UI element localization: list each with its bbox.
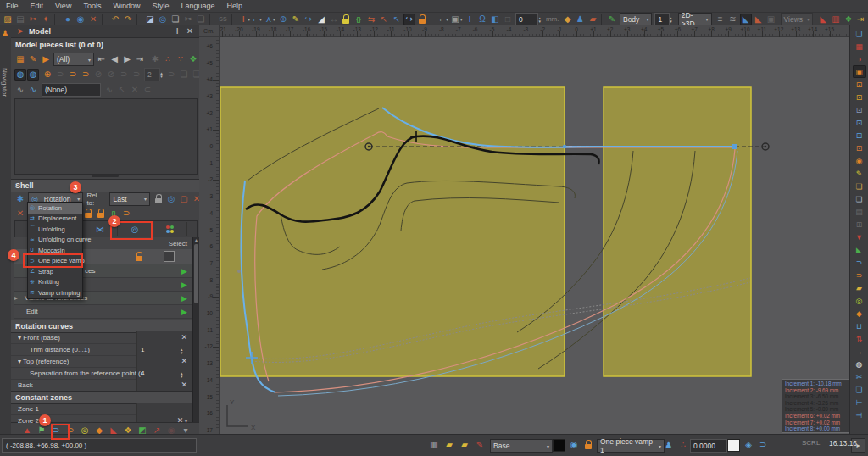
menu-item-knitting[interactable]: ※Knitting: [28, 277, 82, 288]
zone-select-icon[interactable]: ▢: [178, 193, 190, 205]
offset-mm-stepper[interactable]: ▴▾: [538, 16, 543, 23]
shell-lock-icon[interactable]: [153, 193, 164, 205]
piece-dup-icon[interactable]: ⊃: [54, 69, 66, 81]
shoe-3d-icon[interactable]: ◣: [740, 14, 752, 25]
piece-open-icon[interactable]: ⊃: [67, 69, 79, 81]
grid-red-icon[interactable]: ▦: [853, 40, 866, 53]
value-stepper[interactable]: ▴▾: [181, 371, 187, 378]
piece-a-icon[interactable]: ⊘: [92, 69, 104, 81]
measure-b-icon[interactable]: ⊣: [853, 409, 866, 421]
pin-icon[interactable]: ✛: [171, 25, 183, 37]
last-ref-icon[interactable]: ◆: [562, 14, 574, 25]
pieces-list[interactable]: [14, 98, 198, 175]
pieces-filter-combo[interactable]: (All)▾: [53, 53, 94, 66]
compare-icon[interactable]: ▰: [587, 14, 599, 25]
clone-blue-icon[interactable]: ❏: [853, 383, 866, 396]
body-combo[interactable]: Body▾: [620, 13, 652, 26]
view-3d-icon[interactable]: ◍: [27, 69, 39, 81]
pin-red-icon[interactable]: ▼: [853, 231, 866, 243]
delete-icon[interactable]: ✕: [87, 14, 99, 25]
cursor-remove-icon[interactable]: ↖: [378, 14, 390, 25]
rotate-icon[interactable]: Ω: [476, 14, 488, 25]
ring-green-icon[interactable]: ◎: [853, 294, 866, 307]
arrows-rb-icon[interactable]: ⇅: [853, 332, 866, 345]
prev-icon[interactable]: ◀: [108, 53, 120, 65]
save-icon[interactable]: ▤: [14, 14, 26, 25]
apply-arrow-icon[interactable]: ▶: [181, 267, 187, 275]
visibility-icon[interactable]: ◉: [568, 439, 580, 451]
piece-d-icon[interactable]: ⊃: [131, 69, 142, 81]
curve-a-icon[interactable]: ∿: [103, 84, 115, 96]
views-combo[interactable]: Views▾: [781, 13, 813, 26]
delete-shell-icon[interactable]: ✕: [14, 208, 26, 220]
tiles-icon[interactable]: ⊞: [853, 218, 866, 231]
piece-c-icon[interactable]: ⊃: [118, 69, 130, 81]
win-orange-icon[interactable]: ▣: [853, 65, 866, 78]
lock-yellow-icon[interactable]: [340, 14, 352, 25]
bulb-icon[interactable]: ◍: [853, 358, 866, 370]
link-icon[interactable]: ↔: [328, 14, 340, 25]
close-icon[interactable]: ✕: [184, 25, 196, 37]
scroll-more-icon[interactable]: ▾: [183, 419, 187, 424]
menu-window[interactable]: Window: [107, 2, 146, 10]
property-row[interactable]: Trim distance (0...1)1▴▾: [11, 343, 199, 356]
zoom-model-icon[interactable]: ◉: [75, 14, 86, 25]
property-row[interactable]: ▾ Top (reference)✕: [11, 355, 199, 368]
brush-icon[interactable]: ✎: [606, 14, 618, 25]
value-stepper[interactable]: ▴▾: [181, 348, 187, 354]
base-layer-combo[interactable]: Base▾: [490, 439, 553, 453]
select-checkbox[interactable]: [164, 251, 175, 262]
view-box-icon[interactable]: ▣: [765, 14, 777, 25]
import-pieces-icon[interactable]: ❖: [187, 53, 199, 65]
menu-item-strap[interactable]: ∠Strap: [28, 266, 82, 277]
model-tools-icon[interactable]: ✦: [40, 14, 52, 25]
piece-arrow-icon[interactable]: ▶: [40, 53, 52, 65]
mode-combo[interactable]: 2D->3D▾: [678, 13, 712, 26]
property-row[interactable]: Zone 1: [11, 403, 199, 415]
color-columns-icon[interactable]: ▥: [830, 14, 842, 25]
open-icon[interactable]: ▨: [2, 14, 14, 25]
vamp-blue-icon[interactable]: ⊃: [853, 256, 866, 269]
braces-icon[interactable]: {}: [353, 14, 364, 25]
menu-style[interactable]: Style: [146, 2, 175, 10]
folders-icon[interactable]: ❏: [853, 180, 866, 192]
model-panel-titlebar[interactable]: ➤ Model ✛✕: [11, 25, 199, 38]
grid-view-icon[interactable]: ▥: [428, 439, 440, 451]
option-row[interactable]: Edit▶: [14, 305, 192, 319]
dots-red-b-icon[interactable]: ∵: [175, 53, 186, 65]
scissors-blue-icon[interactable]: ✂: [853, 370, 866, 383]
cursor-select-icon[interactable]: ↖: [391, 14, 403, 25]
splitter-handle[interactable]: [92, 175, 119, 177]
curve-group-icon[interactable]: ∿: [27, 84, 39, 96]
property-row[interactable]: Separation from the reference point (r4▴…: [11, 367, 199, 380]
eraser-icon[interactable]: ◪: [144, 14, 156, 25]
center-point-icon[interactable]: ⊕: [277, 14, 289, 25]
folder-a-icon[interactable]: ▰: [443, 439, 455, 451]
marker-red-icon[interactable]: ✎: [474, 439, 486, 451]
copy-gray-icon[interactable]: ❏: [853, 192, 866, 205]
tool-blue-icon[interactable]: ⊔: [853, 320, 866, 332]
vamp-status-icon[interactable]: ⊃: [757, 439, 769, 451]
swap-red-icon[interactable]: ⇆: [365, 14, 377, 25]
person-icon[interactable]: ♟: [663, 439, 675, 451]
half-circle-icon[interactable]: ◑: [853, 53, 866, 65]
paste-icon[interactable]: ❏: [195, 14, 207, 25]
point-tool-icon[interactable]: ✛▾: [239, 14, 251, 25]
shell-new-icon[interactable]: ✱: [14, 193, 26, 205]
undo-icon[interactable]: ↶: [109, 14, 121, 25]
copy-icon[interactable]: ❏: [170, 14, 181, 25]
apply-arrow-icon[interactable]: ▶: [181, 308, 187, 316]
branch-tool-icon[interactable]: ⋏▾: [264, 14, 276, 25]
last-icon[interactable]: ⇥: [134, 53, 146, 65]
corner-snap-icon[interactable]: ⌐▾: [438, 14, 450, 25]
piece-copy2-icon[interactable]: ❏: [178, 69, 190, 81]
body-count-stepper[interactable]: ▴▾: [670, 16, 675, 23]
pencil-icon[interactable]: ✎: [290, 14, 302, 25]
curve-tool-icon[interactable]: ↪: [303, 14, 314, 25]
pieces-grid-icon[interactable]: ▦: [14, 53, 26, 65]
win-pencil-icon[interactable]: ✎: [853, 167, 866, 180]
line-color-swatch[interactable]: [553, 439, 565, 452]
ref-box-icon[interactable]: □: [502, 14, 514, 25]
rel-to-combo[interactable]: Last▾: [109, 192, 150, 206]
clear-curve-button[interactable]: ✕: [181, 357, 187, 365]
